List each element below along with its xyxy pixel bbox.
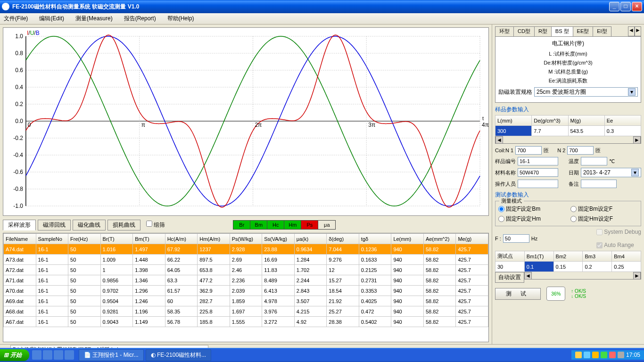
group-filter-checkbox[interactable]: 组筛 <box>146 221 165 229</box>
menu-file[interactable]: 文件(File) <box>4 15 28 23</box>
freq-input[interactable] <box>503 234 529 243</box>
col-header[interactable]: Ae(mm^2) <box>423 234 456 244</box>
sample-type-tab[interactable]: CD型 <box>513 26 535 36</box>
testpoint-cell[interactable]: 0.25 <box>612 262 641 272</box>
testpoint-cell[interactable]: 0.2 <box>583 262 612 272</box>
table-row[interactable]: A72.dat16-15011.39864.05653.82.4611.831.… <box>4 265 488 275</box>
legend-ua[interactable]: μa <box>318 221 335 229</box>
tab-sample-wave[interactable]: 采样波形 <box>3 220 36 230</box>
device-spec-combo[interactable]: 25cm 爱波斯坦方圈▾ <box>534 87 638 97</box>
legend-br[interactable]: Br <box>233 221 250 229</box>
tab-scroll-left[interactable]: ◄ <box>628 26 635 36</box>
mode-bm-f[interactable]: 固定Bm设定F <box>570 205 638 213</box>
svg-text:π: π <box>141 122 145 128</box>
sample-value-cell[interactable]: 300 <box>495 126 532 136</box>
remark-input[interactable] <box>581 180 617 188</box>
menu-report[interactable]: 报告(Report) <box>124 15 156 23</box>
test-button[interactable]: 测 试 <box>495 288 541 300</box>
tp-hscroll[interactable]: ◄► <box>524 272 641 280</box>
mode-f-bm[interactable]: 固定F设定Bm <box>498 205 566 213</box>
col-header[interactable]: FileName <box>4 234 36 244</box>
testpoint-cell[interactable]: 0.15 <box>553 262 583 272</box>
col-header[interactable]: Ps(W/kg) <box>230 234 262 244</box>
table-row[interactable]: A67.dat16-1500.90431.14956.78185.81.5553… <box>4 317 488 327</box>
legend-hc[interactable]: Hc <box>267 221 284 229</box>
system-tray[interactable]: 17:05 <box>571 350 644 360</box>
tray-icon[interactable] <box>592 352 599 358</box>
sample-value-cell[interactable]: 0.3 <box>604 126 641 136</box>
auto-set-button[interactable]: 自动设置 <box>495 272 524 283</box>
sysdebug-check[interactable]: System Debug <box>596 229 641 235</box>
material-input[interactable] <box>518 168 558 177</box>
minimize-button[interactable]: _ <box>609 2 619 11</box>
coil-n2-input[interactable] <box>567 146 594 155</box>
col-header[interactable]: Hm(A/m) <box>198 234 230 244</box>
table-row[interactable]: A69.dat16-1500.95041.24660282.71.8594.97… <box>4 296 488 306</box>
sample-value-cell[interactable]: 7.7 <box>532 126 568 136</box>
start-button[interactable]: ⊞开始 <box>0 349 29 361</box>
tray-icon[interactable] <box>618 352 624 358</box>
col-header[interactable]: tgδ <box>359 234 391 244</box>
table-row[interactable]: A74.dat16-1501.0161.49767.9212372.92823.… <box>4 244 488 255</box>
tab-loss[interactable]: 损耗曲线 <box>107 220 140 230</box>
tab-hysteresis[interactable]: 磁滞回线 <box>38 220 71 230</box>
quicklaunch-icon[interactable] <box>54 350 63 360</box>
temp-input[interactable] <box>581 157 607 165</box>
operator-input[interactable] <box>518 180 558 188</box>
col-header[interactable]: Hc(A/m) <box>165 234 198 244</box>
tab-scroll-right[interactable]: ► <box>635 26 641 36</box>
sample-type-tab[interactable]: BS 型 <box>551 26 573 36</box>
sample-type-tab[interactable]: EI型 <box>593 26 611 36</box>
menu-measure[interactable]: 测量(Measure) <box>75 15 113 23</box>
tray-icon[interactable] <box>584 352 590 358</box>
table-row[interactable]: A70.dat16-1500.97021.29661.57362.92.0396… <box>4 286 488 296</box>
sample-type-tab[interactable]: EE型 <box>573 26 594 36</box>
svg-text:4π: 4π <box>482 122 488 128</box>
quicklaunch-icon[interactable] <box>32 350 41 360</box>
sample-type-tab[interactable]: R型 <box>534 26 552 36</box>
menu-edit[interactable]: 编辑(Edit) <box>39 15 64 23</box>
taskbar-item[interactable]: 📄 王翔报价1 - Micr... <box>79 349 144 361</box>
legend-ps[interactable]: Ps <box>301 221 318 229</box>
close-button[interactable]: × <box>632 2 642 11</box>
taskbar-item-active[interactable]: ◐ FE-2100磁性材料... <box>146 349 211 361</box>
quicklaunch-icon[interactable] <box>65 350 74 360</box>
col-header[interactable]: Le(mm) <box>391 234 424 244</box>
sample-hscroll[interactable]: ◄► <box>495 136 641 144</box>
col-header[interactable]: Br(T) <box>100 234 133 244</box>
autorange-check[interactable]: Auto Range <box>596 242 641 248</box>
col-header[interactable]: Me(g) <box>456 234 488 244</box>
col-header[interactable]: Fre(Hz) <box>68 234 101 244</box>
col-header[interactable]: μa(k) <box>294 234 327 244</box>
date-combo[interactable]: 2013- 4-27▾ <box>581 168 641 177</box>
testpoint-cell[interactable]: 30 <box>495 262 525 272</box>
tab-magnetization[interactable]: 磁化曲线 <box>73 220 106 230</box>
maximize-button[interactable]: □ <box>620 2 631 11</box>
chevron-down-icon[interactable]: ▾ <box>628 88 636 96</box>
col-header[interactable]: SampleNo <box>36 234 68 244</box>
coil-n1-input[interactable] <box>515 146 542 155</box>
sample-value-cell[interactable]: 543.5 <box>568 126 604 136</box>
legend-bm[interactable]: Bm <box>250 221 267 229</box>
table-row[interactable]: A71.dat16-1500.98561.34663.3477.22.2368.… <box>4 275 488 286</box>
quicklaunch-icon[interactable] <box>43 350 52 360</box>
tray-icon[interactable] <box>601 352 607 358</box>
sample-type-tab[interactable]: 环型 <box>495 26 514 36</box>
sample-params-table[interactable]: L(mm)De(g/cm^3)M(g)Ee 3007.7543.50.3 <box>495 115 641 136</box>
col-header[interactable]: Ss(VA/kg) <box>262 234 295 244</box>
results-table[interactable]: FileNameSampleNoFre(Hz)Br(T)Bm(T)Hc(A/m)… <box>3 233 489 342</box>
test-points-table[interactable]: 测试点Bm1(T)Bm2Bm3Bm4 300.10.150.20.25 <box>495 251 641 272</box>
testpoint-cell[interactable]: 0.1 <box>524 262 553 272</box>
col-header[interactable]: Bm(T) <box>133 234 165 244</box>
col-header[interactable]: δ(deg) <box>327 234 359 244</box>
tray-icon[interactable] <box>575 352 582 358</box>
mode-hm-f[interactable]: 固定Hm设定F <box>570 215 638 223</box>
table-row[interactable]: A73.dat16-1501.0091.44866.22897.52.6916.… <box>4 255 488 265</box>
table-row[interactable]: A68.dat16-1500.92811.19658.35225.81.6973… <box>4 306 488 317</box>
chevron-down-icon[interactable]: ▾ <box>631 169 639 176</box>
sample-no-input[interactable] <box>518 157 558 165</box>
mode-f-hm[interactable]: 固定F设定Hm <box>498 215 566 223</box>
tray-icon[interactable] <box>609 352 616 358</box>
legend-hm[interactable]: Hm <box>284 221 301 229</box>
menu-help[interactable]: 帮助(Help) <box>167 15 194 23</box>
